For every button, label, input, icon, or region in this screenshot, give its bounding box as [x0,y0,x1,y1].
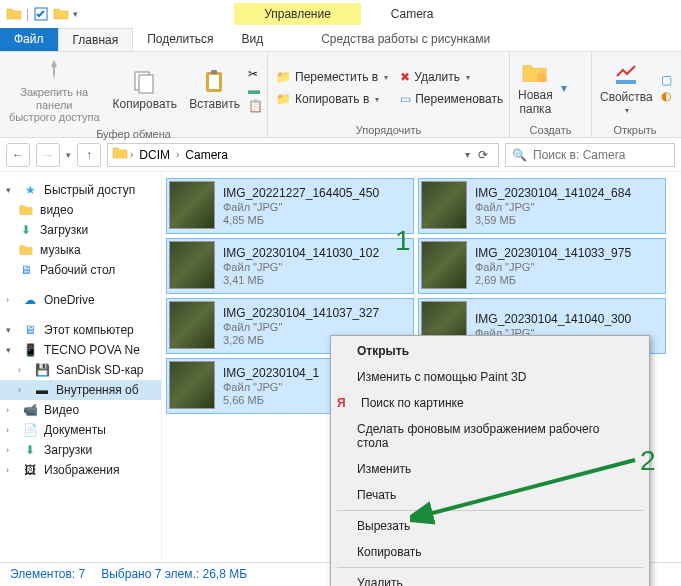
open-extra: ▢ ◐ [661,73,672,103]
pin-icon [40,56,68,84]
storage-icon: ▬ [34,382,50,398]
file-type: Файл "JPG" [475,201,631,213]
chevron-down-icon: ▾ [375,95,379,104]
paste-icon [201,68,229,96]
chevron-down-icon: ▾ [625,106,629,115]
group-clipboard-label: Буфер обмена [4,126,263,141]
history-icon[interactable]: ◐ [661,89,672,103]
sidebar-item-downloads2[interactable]: ›⬇Загрузки [0,440,161,460]
sidebar-item-downloads[interactable]: ⬇Загрузки [0,220,161,240]
ctx-paint3d[interactable]: Изменить с помощью Paint 3D [333,364,647,390]
sidebar-item-images[interactable]: ›🖼Изображения [0,460,161,480]
file-item[interactable]: IMG_20230104_141033_975 Файл "JPG" 2,69 … [418,238,666,294]
breadcrumb[interactable]: › DCIM › Camera ▾ ⟳ [107,143,499,167]
rename-button[interactable]: ▭Переименовать [396,91,507,107]
file-type: Файл "JPG" [223,201,379,213]
chevron-down-icon[interactable]: ▾ [465,149,470,160]
downloads-icon: ⬇ [18,222,34,238]
paste-shortcut-icon[interactable]: 📋 [248,99,263,113]
ctx-delete[interactable]: Удалить [333,570,647,586]
status-selected-count: Выбрано 7 элем.: 26,8 МБ [101,567,247,581]
search-input[interactable] [533,148,668,162]
ctx-open[interactable]: Открыть [333,338,647,364]
qat-dropdown-icon[interactable]: ▾ [73,9,78,19]
breadcrumb-dcim[interactable]: DCIM [135,148,174,162]
sidebar-this-pc[interactable]: ▾🖥Этот компьютер [0,320,161,340]
chevron-right-icon[interactable]: › [130,149,133,160]
ctx-copy[interactable]: Копировать [333,539,647,565]
tab-home[interactable]: Главная [58,28,134,51]
folder-icon [18,242,34,258]
open-icon[interactable]: ▢ [661,73,672,87]
sidebar-item-internal[interactable]: ›▬Внутренняя об [0,380,161,400]
tab-picture-tools[interactable]: Средства работы с рисунками [307,28,504,51]
new-folder-button[interactable]: Новая папка [514,57,557,119]
sidebar-item-desktop[interactable]: 🖥Рабочий стол [0,260,161,280]
breadcrumb-camera[interactable]: Camera [181,148,232,162]
refresh-icon[interactable]: ⟳ [472,148,494,162]
pin-quick-access-button[interactable]: Закрепить на панели быстрого доступа [4,54,105,126]
file-name: IMG_20230104_141040_300 [475,312,631,326]
search-box[interactable]: 🔍 [505,143,675,167]
ribbon-tabs: Файл Главная Поделиться Вид Средства раб… [0,28,681,52]
nav-recent-icon[interactable]: ▾ [66,150,71,160]
paste-button[interactable]: Вставить [185,66,244,114]
downloads-icon: ⬇ [22,442,38,458]
file-item[interactable]: IMG_20230104_141024_684 Файл "JPG" 3,59 … [418,178,666,234]
file-info: IMG_20230104_1 Файл "JPG" 5,66 МБ [223,361,319,411]
tab-file[interactable]: Файл [0,28,58,51]
tab-view[interactable]: Вид [227,28,277,51]
sidebar-item-video[interactable]: видео [0,200,161,220]
move-to-icon: 📁 [276,70,291,84]
navigation-pane: ▾★Быстрый доступ видео ⬇Загрузки музыка … [0,172,162,562]
video-icon: 📹 [22,402,38,418]
folder-icon [18,202,34,218]
file-type: Файл "JPG" [475,261,631,273]
tab-share[interactable]: Поделиться [133,28,227,51]
sd-card-icon: 💾 [34,362,50,378]
quick-access-toolbar: | ▾ [0,6,84,22]
new-item-extra[interactable]: ▾ [561,81,567,95]
properties-button[interactable]: Свойства ▾ [596,59,657,118]
documents-icon: 📄 [22,422,38,438]
pictures-icon: 🖼 [22,462,38,478]
properties-icon [612,61,640,89]
sidebar-item-sandisk[interactable]: ›💾SanDisk SD-кар [0,360,161,380]
ctx-yandex-search[interactable]: ЯПоиск по картинке [333,390,647,416]
folder-small-icon[interactable] [53,6,69,22]
window-title: Camera [391,7,434,21]
move-to-button[interactable]: 📁Переместить в▾ [272,69,392,85]
status-item-count: Элементов: 7 [10,567,85,581]
star-icon: ★ [22,182,38,198]
file-item[interactable]: IMG_20230104_141030_102 Файл "JPG" 3,41 … [166,238,414,294]
copy-to-button[interactable]: 📁Копировать в▾ [272,91,392,107]
sidebar-onedrive[interactable]: ›☁OneDrive [0,290,161,310]
file-size: 3,59 МБ [475,214,631,226]
sidebar-quick-access[interactable]: ▾★Быстрый доступ [0,180,161,200]
file-name: IMG_20221227_164405_450 [223,186,379,200]
manage-contextual-tab[interactable]: Управление [234,3,361,25]
file-info: IMG_20221227_164405_450 Файл "JPG" 4,85 … [223,181,379,231]
nav-up-button[interactable]: ↑ [77,143,101,167]
folder-icon[interactable] [6,6,22,22]
sidebar-item-tecno[interactable]: ▾📱TECNO POVA Ne [0,340,161,360]
delete-button[interactable]: ✖Удалить▾ [396,69,507,85]
nav-back-button[interactable]: ← [6,143,30,167]
file-thumbnail [169,181,215,229]
file-thumbnail [169,301,215,349]
chevron-right-icon[interactable]: › [176,149,179,160]
file-item[interactable]: IMG_20221227_164405_450 Файл "JPG" 4,85 … [166,178,414,234]
checkbox-icon[interactable] [33,6,49,22]
copy-to-icon: 📁 [276,92,291,106]
annotation-2: 2 [640,445,656,477]
file-name: IMG_20230104_141024_684 [475,186,631,200]
search-icon: 🔍 [512,148,527,162]
nav-forward-button[interactable]: → [36,143,60,167]
copy-path-icon[interactable]: ▬ [248,83,263,97]
sidebar-item-music[interactable]: музыка [0,240,161,260]
cut-icon[interactable]: ✂ [248,67,263,81]
file-thumbnail [169,361,215,409]
copy-button[interactable]: Копировать [109,66,182,114]
sidebar-item-videos[interactable]: ›📹Видео [0,400,161,420]
sidebar-item-documents[interactable]: ›📄Документы [0,420,161,440]
